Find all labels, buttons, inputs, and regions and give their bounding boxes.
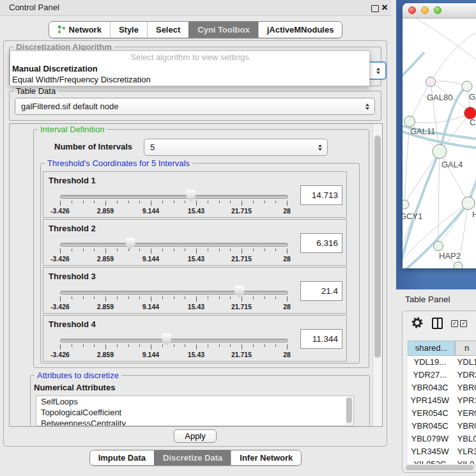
list-item[interactable]: SelfLoops: [36, 396, 353, 407]
tick-mark: [230, 249, 231, 251]
network-node[interactable]: [462, 81, 472, 91]
attributes-list[interactable]: SelfLoopsTopologicalCoefficientBetweenne…: [36, 395, 354, 426]
table-row[interactable]: YDL19...YDL1: [408, 356, 476, 369]
table-row[interactable]: YLR345WYLR3: [408, 445, 476, 458]
network-edge-thick: [403, 151, 440, 268]
gear-icon[interactable]: [411, 317, 423, 330]
network-node[interactable]: [426, 77, 436, 87]
tick-mark: [242, 201, 242, 206]
close-icon[interactable]: ×: [381, 0, 388, 15]
network-node[interactable]: [434, 242, 443, 251]
node-label: GAL4: [441, 160, 463, 169]
list-scrollbar[interactable]: [346, 397, 353, 425]
minimize-traffic-light-icon[interactable]: [421, 6, 429, 14]
dropdown-option[interactable]: Equal Width/Frequency Discretization: [10, 74, 369, 85]
threshold-value-field[interactable]: 21.4: [300, 281, 342, 301]
slider-track[interactable]: [60, 243, 288, 247]
tab-style[interactable]: Style: [110, 22, 147, 38]
table-cell: YDR27...: [408, 369, 452, 381]
checkbox-icon[interactable]: ✓: [451, 320, 458, 327]
network-frame: GAL80GACGAL11GAL4GCY1HHAP2: [396, 0, 476, 289]
network-node[interactable]: [403, 200, 409, 209]
table-row[interactable]: YBR045CYBR0: [408, 420, 476, 433]
tick-mark: [275, 344, 276, 347]
slider-thumb[interactable]: [126, 238, 135, 250]
checkbox-icon[interactable]: ✓: [460, 320, 467, 327]
tick-label: 2.859: [97, 303, 114, 311]
zoom-traffic-light-icon[interactable]: [434, 6, 441, 14]
tick-mark: [265, 249, 265, 251]
bottom-tab-discretize-data[interactable]: Discretize Data: [154, 450, 231, 465]
table-row[interactable]: YDR27...YDR2: [408, 369, 476, 381]
tick-mark: [275, 249, 276, 251]
slider-track[interactable]: [60, 195, 288, 199]
dropdown-prompt: Select algorithm to view settings: [10, 51, 369, 63]
table-row[interactable]: YBL079WYBL0: [408, 433, 476, 445]
tick-mark: [60, 296, 61, 302]
tick-label: 2.859: [97, 255, 114, 263]
list-item[interactable]: BetweennessCentrality: [36, 418, 353, 426]
tab-select[interactable]: Select: [147, 22, 188, 38]
slider-track[interactable]: [60, 291, 288, 295]
tick-mark: [139, 249, 140, 251]
columns-icon[interactable]: [432, 318, 443, 329]
slider-thumb[interactable]: [162, 334, 171, 346]
threshold-value-field[interactable]: 14.713: [300, 185, 342, 205]
attributes-group: Attributes to discretize Numerical Attri…: [30, 375, 370, 427]
apply-button[interactable]: Apply: [174, 429, 217, 443]
tab-label: jActiveMNodules: [267, 22, 334, 38]
tick-mark: [253, 249, 254, 251]
network-node[interactable]: [462, 197, 475, 210]
threshold-value-field[interactable]: 11.344: [300, 329, 342, 349]
network-node[interactable]: [454, 262, 463, 268]
list-item[interactable]: TopologicalCoefficient: [36, 407, 353, 418]
tab-cyni-toolbox[interactable]: Cyni Toolbox: [188, 22, 257, 38]
table-data-combo[interactable]: galFiltered.sif default node: [15, 98, 375, 115]
slider-track[interactable]: [60, 339, 288, 342]
tick-mark: [230, 344, 231, 347]
scrollbar-thumb[interactable]: [406, 465, 473, 470]
tick-label: -3.426: [50, 351, 70, 358]
slider-thumb[interactable]: [186, 190, 196, 202]
network-node[interactable]: [404, 116, 415, 127]
threshold-value-field[interactable]: 6.316: [300, 233, 342, 253]
scrollbar-thumb[interactable]: [374, 135, 381, 358]
bottom-tab-impute-data[interactable]: Impute Data: [90, 450, 154, 465]
settings-scrollbar[interactable]: [372, 124, 382, 426]
network-window-titlebar[interactable]: [403, 3, 476, 19]
dropdown-option[interactable]: Manual Discretization: [10, 63, 369, 74]
tick-mark: [151, 296, 151, 302]
network-node[interactable]: [433, 144, 447, 158]
table-row[interactable]: YPR145WYPR1: [408, 394, 476, 407]
table-cell: YBL079W: [408, 433, 452, 445]
column-header[interactable]: shared...: [408, 341, 455, 356]
table-hscrollbar[interactable]: [405, 464, 476, 471]
table-data-combo-value: galFiltered.sif default node: [21, 102, 118, 111]
close-traffic-light-icon[interactable]: [408, 6, 416, 14]
tick-mark: [219, 296, 220, 299]
network-edge-thick: [403, 52, 424, 79]
num-intervals-spinner[interactable]: 5: [144, 139, 328, 156]
tick-mark: [174, 296, 174, 299]
slider-thumb[interactable]: [234, 286, 244, 298]
network-window[interactable]: GAL80GACGAL11GAL4GCY1HHAP2: [403, 3, 476, 268]
tab-network[interactable]: Network: [49, 22, 110, 38]
column-header[interactable]: n: [455, 341, 476, 356]
tick-mark: [185, 201, 185, 203]
network-view[interactable]: GAL80GACGAL11GAL4GCY1HHAP2: [403, 18, 476, 268]
tick-label: 2.859: [97, 351, 114, 358]
bottom-tab-infer-network[interactable]: Infer Network: [231, 450, 301, 465]
node-label: GAL80: [427, 93, 452, 102]
scrollbar-thumb[interactable]: [346, 397, 352, 423]
float-icon[interactable]: [371, 5, 379, 12]
thresholds-group: Threshold's Coordinates for 5 Intervals …: [40, 163, 360, 364]
table-row[interactable]: YER054CYER0: [408, 407, 476, 420]
table-cell: YBL0: [452, 433, 476, 445]
tab-jactivemnodules[interactable]: jActiveMNodules: [258, 22, 342, 38]
tick-mark: [265, 344, 265, 347]
table-row[interactable]: YIL052CYIL0: [408, 458, 476, 464]
table-data-group: Table Data galFiltered.sif default node: [9, 91, 381, 121]
tick-label: 21.715: [231, 255, 252, 263]
table-row[interactable]: YBR043CYBR0: [408, 381, 476, 394]
control-panel: Control Panel × NetworkStyleSelectCyni T…: [0, 0, 391, 476]
